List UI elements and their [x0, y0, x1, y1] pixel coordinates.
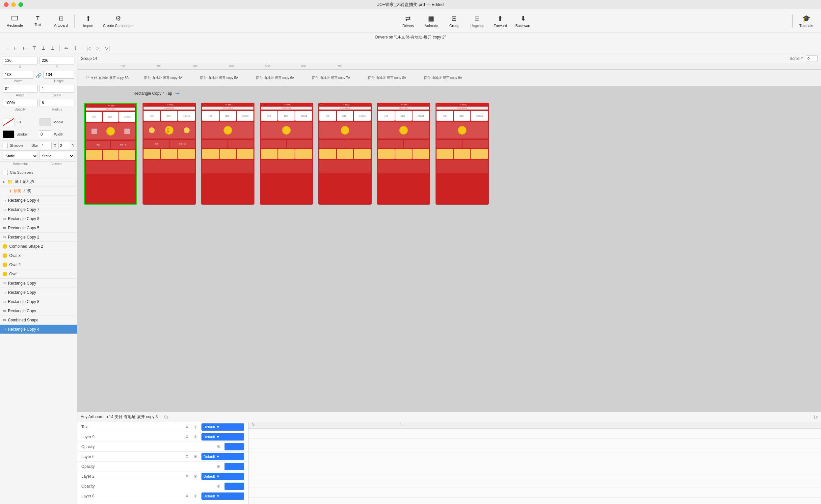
close-button[interactable] [4, 2, 9, 7]
stroke-swatch[interactable] [3, 130, 14, 138]
sb-5[interactable] [341, 126, 349, 135]
horizontal-select[interactable]: Static Left Right Both Sides [3, 152, 38, 160]
sb-7[interactable] [458, 126, 467, 135]
distribute-v-button[interactable]: ⇕ [71, 44, 79, 52]
artboard-thumb-4[interactable]: ● ● ●JO+管家App□ 您有3次免费机会 小水杯 减振双一 水生活礼盒 [260, 103, 313, 205]
layer-item-rect2[interactable]: ▭ Rectangle Copy 2 [0, 233, 77, 242]
btn-choujiang-1[interactable]: 抽奖 [86, 141, 110, 149]
drivers-tool[interactable]: ⇄ Drivers [397, 11, 420, 31]
align-left-edges-button[interactable]: ⊣ [3, 44, 11, 52]
bc-6[interactable] [378, 140, 403, 148]
sb-3[interactable] [223, 126, 232, 135]
tl-opacity3-snowflake-icon[interactable]: ✳ [217, 484, 220, 489]
bc-4[interactable] [261, 140, 286, 148]
layer-item-rect7[interactable]: ▭ Rectangle Copy 7 [0, 205, 77, 214]
align-top-button[interactable]: ▽| [103, 44, 111, 52]
tl-layer9-bar[interactable]: Default ▼ [201, 433, 244, 441]
tl-opacity1-snowflake-icon[interactable]: ✳ [217, 444, 220, 449]
distribute-h-button[interactable]: ⇔ [62, 44, 70, 52]
create-component-tool[interactable]: ⚙ Create Component [100, 11, 137, 31]
text-tool[interactable]: T Text [26, 11, 49, 31]
align-center-v-button[interactable]: ⊥ [39, 44, 47, 52]
tl-layer2-bar[interactable]: Default ▼ [201, 473, 244, 480]
bc-3[interactable] [202, 140, 227, 148]
layer-item-combined-shape[interactable]: ▭ Combined Shape [0, 315, 77, 325]
align-right-button[interactable]: ▷| [94, 44, 102, 52]
ungroup-tool[interactable]: ⊟ Ungroup [466, 11, 489, 31]
layer-item-rect-copy-2[interactable]: ▭ Rectangle Copy [0, 288, 77, 297]
clip-sublayers-checkbox[interactable] [3, 170, 8, 175]
sb-6[interactable] [399, 126, 408, 135]
stroke-width-input[interactable] [39, 130, 52, 138]
expand-disney-icon[interactable]: ▶ [3, 180, 5, 184]
import-tool[interactable]: ⬆ Import [77, 11, 100, 31]
layer-item-rect-copy-1[interactable]: ▭ Rectangle Copy [0, 279, 77, 288]
ba-7[interactable] [463, 140, 488, 148]
canvas-scroll-area[interactable]: Rectangle Copy 4 Tap → ● ● ● JO+管家App □ [77, 86, 821, 412]
vertical-select[interactable]: Static Top Bottom Both Sides [39, 152, 74, 160]
spin-btn-2[interactable]: 抽奖 [165, 126, 173, 135]
minimize-button[interactable] [11, 2, 16, 7]
layer-item-oval3[interactable]: Oval 3 [0, 251, 77, 260]
align-center-h-button[interactable]: ⊢ [12, 44, 20, 52]
align-left-button[interactable]: |◁ [85, 44, 93, 52]
backward-tool[interactable]: ⬇ Backward [512, 11, 535, 31]
forward-tool[interactable]: ⬆ Forward [489, 11, 512, 31]
tl-layer6-snowflake-icon[interactable]: ✳ [193, 454, 197, 459]
ba-6[interactable] [404, 140, 429, 148]
tl-opacity2-snowflake-icon[interactable]: ✳ [217, 464, 220, 469]
angle-input[interactable] [3, 85, 38, 93]
ba-4[interactable] [287, 140, 312, 148]
group-tool[interactable]: ⊞ Group [443, 11, 466, 31]
layer-item-disney[interactable]: ▶ 📁 迪士尼礼券 [0, 177, 77, 187]
btn-cj-2[interactable]: 抽奖 [143, 140, 169, 148]
tl-layer6-bar[interactable]: Default ▼ [201, 453, 244, 460]
artboard-thumb-1[interactable]: ● ● ● JO+管家App □ 您有3次免费机会 小水杯 减振双一 水生活 [84, 103, 137, 205]
align-top-edges-button[interactable]: ⊤ [30, 44, 38, 52]
window-controls[interactable] [4, 2, 23, 7]
tl-opacity1-bar[interactable] [224, 443, 244, 450]
animate-tool[interactable]: ▦ Animate [420, 11, 443, 31]
scroll-y-input[interactable] [806, 55, 818, 62]
artboard-thumb-3[interactable]: ● ● ●JO+管家App□ 您有3次免费机会 小水杯 减振双一 水生活礼盒 [201, 103, 254, 205]
tl-layer8-bar[interactable]: Default ▼ [201, 492, 244, 500]
layer-item-rect8b[interactable]: ▭ Rectangle Copy 8 [0, 214, 77, 223]
bc-5[interactable] [319, 140, 345, 148]
artboard-thumb-2[interactable]: ● ● ● JO+管家App □ 您有3次免费机会 小水杯 减振双一 水生活礼盒 [142, 103, 196, 205]
blur-y-input[interactable] [58, 142, 70, 149]
y-input[interactable] [39, 57, 74, 64]
tl-opacity3-bar[interactable] [224, 483, 244, 490]
shadow-checkbox[interactable] [3, 143, 8, 148]
layer-item-rect-copy-main[interactable]: ▭ Rectangle Copy [0, 306, 77, 315]
layer-item-oval[interactable]: Oval [0, 269, 77, 279]
layer-item-rect6[interactable]: ▭ Rectangle Copy 4 [0, 196, 77, 205]
sb-4[interactable] [282, 126, 291, 135]
x-input[interactable] [3, 57, 38, 64]
tl-layer9-snowflake-icon[interactable]: ✳ [193, 434, 197, 440]
maximize-button[interactable] [18, 2, 23, 7]
ba-3[interactable] [228, 140, 253, 148]
artboard-tool[interactable]: ⊡ Artboard [49, 11, 72, 31]
layer-item-rect5[interactable]: ▭ Rectangle Copy 5 [0, 223, 77, 233]
ba-5[interactable] [345, 140, 371, 148]
align-right-edges-button[interactable]: ⊢ [21, 44, 29, 52]
scale-input[interactable] [39, 85, 74, 93]
rectangle-tool[interactable]: Rectangle [3, 11, 26, 31]
fill-swatch[interactable] [3, 118, 14, 126]
tl-text-snowflake-icon[interactable]: ✳ [193, 424, 197, 430]
tl-text-bar[interactable]: Default ▼ [201, 423, 244, 431]
btn-ag-2[interactable]: 再抽一次 [169, 140, 195, 148]
link-dimensions-icon[interactable]: 🔗 [36, 73, 41, 78]
tl-layer2-snowflake-icon[interactable]: ✳ [193, 474, 197, 479]
layer-item-choujiang[interactable]: T 抽奖 抽奖 [7, 187, 77, 196]
bc-7[interactable] [437, 140, 462, 148]
align-bottom-edges-button[interactable]: ⊥ [49, 44, 57, 52]
radius-input[interactable] [39, 99, 74, 107]
media-swatch[interactable] [39, 118, 51, 126]
opacity-input[interactable] [3, 99, 38, 107]
spin-button-1[interactable]: ⚡ [106, 127, 115, 136]
layer-item-rect-copy-8[interactable]: ▭ Rectangle Copy 8 [0, 297, 77, 306]
tl-layer8-snowflake-icon[interactable]: ✳ [193, 493, 197, 499]
tutorials-tool[interactable]: 🎓 Tutorials [795, 11, 818, 31]
layer-item-rect4[interactable]: ▭ Rectangle Copy 4 [0, 325, 77, 334]
